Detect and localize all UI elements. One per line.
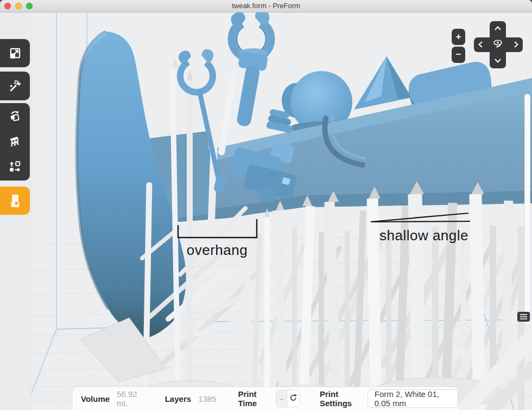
chevron-down-icon [495, 59, 501, 62]
tool-orientation-button[interactable] [0, 104, 29, 129]
tool-layout-button[interactable] [0, 155, 29, 180]
print-settings-selector[interactable]: Form 2, White 01, 0.05 mm [368, 389, 458, 408]
rotate-left-button[interactable] [475, 39, 486, 50]
viewport-3d[interactable] [0, 12, 532, 410]
chevron-right-icon [515, 42, 518, 47]
titlebar: tweak.form - PreForm [0, 0, 532, 12]
print-settings-label: Print Settings [320, 389, 361, 408]
volume-label: Volume [81, 394, 110, 403]
layer-slider-track[interactable] [524, 94, 530, 325]
rotate-right-button[interactable] [511, 39, 522, 50]
tool-size-button[interactable] [0, 39, 30, 67]
print-time-value: -- [276, 390, 287, 407]
preform-window: overhang shallow angle [0, 0, 532, 410]
printer-cartridge-icon [8, 193, 23, 208]
zoom-controls: + − [452, 29, 465, 63]
orient-icon [8, 108, 22, 125]
volume-value: 56.92 mL [117, 389, 143, 408]
layers-label: Layers [165, 394, 191, 403]
overhang-label: overhang [168, 242, 266, 259]
tool-supports-button[interactable] [0, 129, 29, 155]
zoom-out-button[interactable]: − [452, 47, 465, 63]
print-time-control: -- [276, 390, 300, 407]
refresh-icon [289, 393, 298, 404]
layout-icon [8, 159, 22, 176]
chevron-up-icon [495, 27, 501, 30]
tool-print-button[interactable] [0, 187, 30, 215]
layers-value: 1385 [198, 394, 216, 403]
layer-slider-handle[interactable] [517, 312, 530, 322]
supports-icon [8, 134, 22, 150]
slider-grip-icon [520, 314, 527, 315]
print-time-label: Print Time [238, 389, 269, 408]
print-time-refresh-button[interactable] [287, 390, 300, 407]
print-settings-value: Form 2, White 01, 0.05 mm [375, 389, 451, 408]
tool-group [0, 103, 30, 181]
orbit-view-eye-icon [491, 37, 504, 52]
scene-canvas [0, 12, 532, 410]
chevron-left-icon [479, 42, 483, 47]
support-forest [261, 181, 524, 410]
zoom-out-label: − [456, 49, 461, 60]
tool-one-click-print-button[interactable] [0, 72, 30, 100]
rotate-down-button[interactable] [492, 55, 503, 66]
status-bar: Volume 56.92 mL Layers 1385 Print Time -… [72, 387, 459, 410]
zoom-in-label: + [456, 31, 461, 42]
rotate-up-button[interactable] [492, 23, 503, 34]
magic-wand-icon [8, 79, 22, 93]
shallow-angle-label: shallow angle [364, 227, 484, 244]
shallow-angle-baseline [371, 221, 470, 222]
scale-icon [8, 46, 22, 60]
zoom-in-button[interactable]: + [452, 29, 465, 45]
reset-view-button[interactable] [491, 38, 504, 51]
window-title: tweak.form - PreForm [0, 0, 532, 12]
